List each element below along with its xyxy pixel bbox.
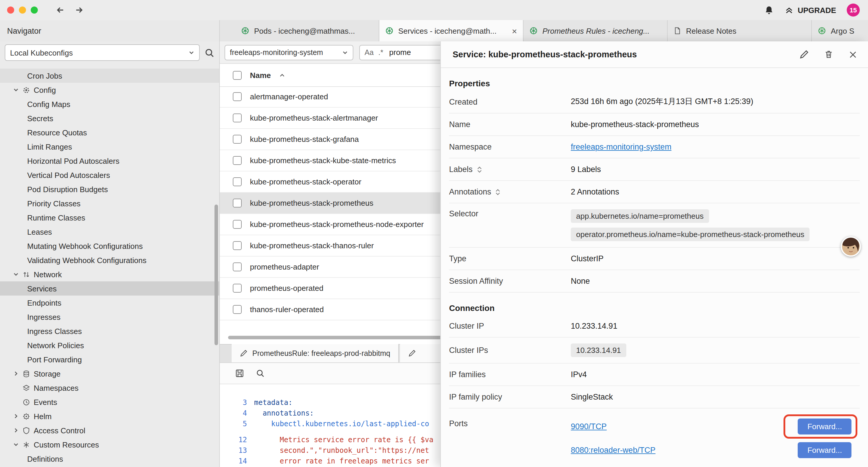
list-search-input[interactable] bbox=[388, 47, 432, 57]
sidebar-item-pod-disruption-budgets[interactable]: Pod Disruption Budgets bbox=[0, 182, 219, 196]
table-row[interactable]: kube-prometheus-stack-kube-state-metrics bbox=[220, 150, 467, 171]
services-list-pane: freeleaps-monitoring-system Aa .* Name a… bbox=[220, 41, 467, 467]
sidebar-item-limit-ranges[interactable]: Limit Ranges bbox=[0, 140, 219, 154]
port-link-8080[interactable]: 8080:reloader-web/TCP bbox=[571, 445, 656, 454]
sidebar-item-horizontal-pod-autoscalers[interactable]: Horizontal Pod Autoscalers bbox=[0, 154, 219, 168]
horizontal-scrollbar[interactable] bbox=[228, 336, 450, 339]
edit-pencil-icon[interactable] bbox=[800, 50, 809, 59]
notification-count-badge[interactable]: 15 bbox=[847, 4, 860, 17]
user-avatar[interactable] bbox=[841, 236, 861, 257]
chevron-down-icon bbox=[13, 87, 19, 93]
sidebar-item-port-forwarding[interactable]: Port Forwarding bbox=[0, 352, 219, 367]
sidebar-item-runtime-classes[interactable]: Runtime Classes bbox=[0, 210, 219, 225]
sort-ascending-icon[interactable] bbox=[279, 72, 286, 78]
expand-updown-icon[interactable] bbox=[476, 166, 483, 173]
sidebar-item-network-policies[interactable]: Network Policies bbox=[0, 338, 219, 352]
tab-services[interactable]: Services - icecheng@math... × bbox=[379, 20, 524, 41]
sidebar-item-resource-quotas[interactable]: Resource Quotas bbox=[0, 125, 219, 140]
sidebar-item-namespaces[interactable]: Namespaces bbox=[0, 381, 219, 395]
sidebar-item-cron-jobs[interactable]: Cron Jobs bbox=[0, 68, 219, 83]
detail-row-ip-families: IP families IPv4 bbox=[449, 363, 860, 386]
table-row[interactable]: kube-prometheus-stack-thanos-ruler bbox=[220, 235, 467, 257]
name-column-header[interactable]: Name bbox=[250, 71, 271, 80]
minimize-window-button[interactable] bbox=[19, 6, 26, 13]
row-checkbox[interactable] bbox=[233, 156, 242, 165]
forward-button[interactable]: Forward... bbox=[798, 442, 851, 458]
sidebar-item-vertical-pod-autoscalers[interactable]: Vertical Pod Autoscalers bbox=[0, 168, 219, 182]
forward-button[interactable]: Forward... bbox=[798, 418, 851, 434]
row-checkbox[interactable] bbox=[233, 135, 242, 144]
close-icon[interactable] bbox=[848, 50, 857, 59]
regex-toggle[interactable]: .* bbox=[378, 48, 383, 56]
cluster-ip-badge: 10.233.14.91 bbox=[571, 344, 626, 357]
maximize-window-button[interactable] bbox=[31, 6, 38, 13]
tab-close-icon[interactable]: × bbox=[512, 26, 517, 36]
table-row-selected[interactable]: kube-prometheus-stack-prometheus bbox=[220, 193, 467, 214]
yaml-editor[interactable]: 3metadata: 4 annotations: 5 kubectl.kube… bbox=[220, 384, 467, 467]
bell-icon[interactable] bbox=[764, 5, 774, 15]
expand-updown-icon[interactable] bbox=[495, 188, 501, 195]
sidebar-item-config-maps[interactable]: Config Maps bbox=[0, 97, 219, 111]
sidebar-group-network[interactable]: Network bbox=[0, 267, 219, 282]
sidebar-item-definitions[interactable]: Definitions bbox=[0, 451, 219, 466]
search-icon[interactable] bbox=[205, 48, 215, 58]
row-checkbox[interactable] bbox=[233, 114, 242, 122]
row-checkbox[interactable] bbox=[233, 220, 242, 229]
select-all-checkbox[interactable] bbox=[233, 71, 242, 80]
forward-arrow-icon[interactable] bbox=[74, 5, 84, 15]
sidebar-scrollbar[interactable] bbox=[215, 205, 218, 345]
sidebar-item-secrets[interactable]: Secrets bbox=[0, 111, 219, 125]
save-icon[interactable] bbox=[235, 369, 244, 378]
search-icon[interactable] bbox=[256, 369, 265, 378]
table-row[interactable]: thanos-ruler-operated bbox=[220, 299, 467, 320]
sidebar-group-custom-resources[interactable]: Custom Resources bbox=[0, 437, 219, 451]
match-case-toggle[interactable]: Aa bbox=[365, 48, 374, 56]
sidebar-group-access-control[interactable]: Access Control bbox=[0, 423, 219, 437]
table-row[interactable]: kube-prometheus-stack-grafana bbox=[220, 129, 467, 150]
sidebar-item-events[interactable]: Events bbox=[0, 395, 219, 409]
tab-pods[interactable]: Pods - icecheng@mathmas... bbox=[235, 20, 379, 41]
tab-release-notes[interactable]: Release Notes bbox=[668, 20, 812, 41]
table-row[interactable]: prometheus-adapter bbox=[220, 257, 467, 278]
close-window-button[interactable] bbox=[7, 6, 14, 13]
back-arrow-icon[interactable] bbox=[56, 5, 65, 15]
sidebar-item-validating-webhook-configurations[interactable]: Validating Webhook Configurations bbox=[0, 253, 219, 267]
row-checkbox[interactable] bbox=[233, 177, 242, 186]
row-checkbox[interactable] bbox=[233, 305, 242, 314]
sidebar-item-ingress-classes[interactable]: Ingress Classes bbox=[0, 324, 219, 338]
sidebar-item-endpoints[interactable]: Endpoints bbox=[0, 296, 219, 310]
row-checkbox[interactable] bbox=[233, 262, 242, 271]
port-line: 8080:reloader-web/TCP Forward... bbox=[571, 438, 860, 462]
table-row[interactable]: prometheus-operated bbox=[220, 278, 467, 299]
table-row[interactable]: alertmanager-operated bbox=[220, 86, 467, 108]
custom-resources-asterisk-icon bbox=[23, 441, 30, 448]
namespace-select[interactable]: freeleaps-monitoring-system bbox=[224, 45, 353, 60]
upgrade-button[interactable]: UPGRADE bbox=[785, 6, 836, 14]
sidebar-item-leases[interactable]: Leases bbox=[0, 225, 219, 239]
sidebar-item-priority-classes[interactable]: Priority Classes bbox=[0, 196, 219, 210]
row-checkbox[interactable] bbox=[233, 284, 242, 293]
table-row[interactable]: kube-prometheus-stack-prometheus-node-ex… bbox=[220, 214, 467, 235]
table-row[interactable]: kube-prometheus-stack-operator bbox=[220, 171, 467, 193]
row-checkbox[interactable] bbox=[233, 199, 242, 207]
tab-argo[interactable]: Argo S bbox=[812, 20, 868, 41]
row-checkbox[interactable] bbox=[233, 241, 242, 250]
sidebar-group-config[interactable]: Config bbox=[0, 83, 219, 97]
port-link-9090[interactable]: 9090/TCP bbox=[571, 422, 607, 431]
dock-tab-prometheusrule[interactable]: PrometheusRule: freeleaps-prod-rabbitmq bbox=[231, 344, 399, 362]
sidebar-item-ingresses[interactable]: Ingresses bbox=[0, 310, 219, 324]
code-line: annotations: bbox=[254, 408, 314, 418]
table-row[interactable]: kube-prometheus-stack-alertmanager bbox=[220, 108, 467, 129]
tab-prometheus-rules[interactable]: Prometheus Rules - icecheng... bbox=[524, 20, 668, 41]
sidebar-item-mutating-webhook-configurations[interactable]: Mutating Webhook Configurations bbox=[0, 239, 219, 253]
row-checkbox[interactable] bbox=[233, 92, 242, 101]
kubeconfig-select[interactable]: Local Kubeconfigs bbox=[5, 44, 200, 61]
sidebar-group-storage[interactable]: Storage bbox=[0, 367, 219, 381]
namespace-link[interactable]: freeleaps-monitoring-system bbox=[571, 143, 672, 151]
line-number: 14 bbox=[220, 456, 254, 466]
sidebar-group-helm[interactable]: Helm bbox=[0, 409, 219, 423]
pencil-icon bbox=[240, 349, 248, 357]
delete-trash-icon[interactable] bbox=[824, 50, 833, 59]
detail-row-annotations: Annotations 2 Annotations bbox=[449, 181, 860, 203]
sidebar-item-services[interactable]: Services bbox=[0, 282, 219, 296]
